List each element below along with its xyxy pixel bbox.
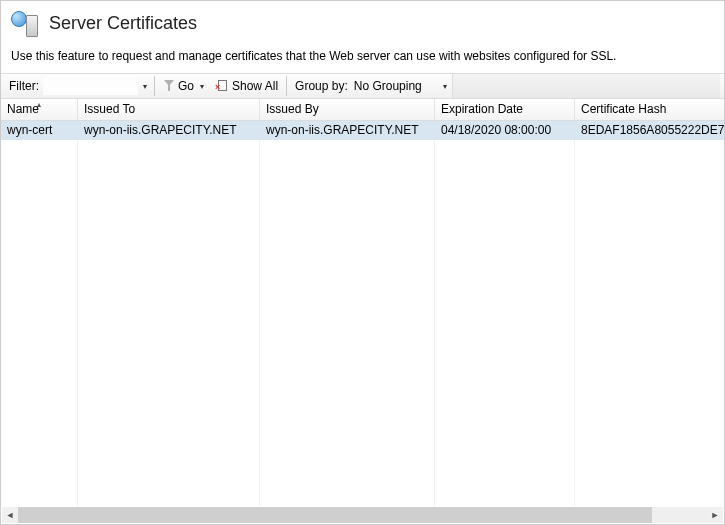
toolbar: Filter: ▾ Go ▾ × Show All Group by: No G… [1, 73, 724, 99]
go-label: Go [178, 79, 194, 93]
toolbar-separator [154, 76, 155, 96]
toolbar-spacer [452, 74, 720, 98]
cell-hash: 8EDAF1856A8055222DE7F [575, 121, 724, 140]
scroll-track[interactable] [18, 507, 707, 523]
sort-asc-icon: ▴ [37, 100, 41, 109]
show-all-icon: × [215, 80, 229, 92]
filter-dropdown-icon[interactable]: ▾ [140, 82, 150, 91]
groupby-dropdown-icon: ▾ [440, 82, 450, 91]
funnel-icon [163, 80, 175, 92]
scroll-right-button[interactable]: ► [707, 507, 723, 523]
horizontal-scrollbar[interactable]: ◄ ► [2, 507, 723, 523]
filter-input[interactable] [43, 77, 138, 95]
cell-expiration: 04/18/2020 08:00:00 [435, 121, 575, 140]
server-certificates-icon [11, 9, 39, 37]
show-all-button[interactable]: × Show All [211, 77, 282, 95]
column-header-hash[interactable]: Certificate Hash [575, 99, 724, 120]
column-header-expiration[interactable]: Expiration Date [435, 99, 575, 120]
groupby-label: Group by: [291, 79, 352, 93]
cell-issued-by: wyn-on-iis.GRAPECITY.NET [260, 121, 435, 140]
filter-label: Filter: [5, 79, 43, 93]
groupby-select[interactable]: No Grouping ▾ [352, 77, 452, 95]
groupby-value: No Grouping [354, 79, 422, 93]
page-title: Server Certificates [49, 13, 197, 34]
cell-name: wyn-cert [1, 121, 78, 140]
page-header: Server Certificates [1, 1, 724, 43]
column-header-name[interactable]: ▴ Name [1, 99, 78, 120]
table-row[interactable]: wyn-cert wyn-on-iis.GRAPECITY.NET wyn-on… [1, 121, 724, 140]
grid-header: ▴ Name Issued To Issued By Expiration Da… [1, 99, 724, 121]
scroll-thumb[interactable] [18, 507, 652, 523]
scroll-left-button[interactable]: ◄ [2, 507, 18, 523]
column-label: Name [7, 102, 39, 116]
grid-body: wyn-cert wyn-on-iis.GRAPECITY.NET wyn-on… [1, 121, 724, 506]
go-dropdown-icon[interactable]: ▾ [197, 82, 207, 91]
certificates-grid: ▴ Name Issued To Issued By Expiration Da… [1, 99, 724, 506]
column-header-issued-to[interactable]: Issued To [78, 99, 260, 120]
show-all-label: Show All [232, 79, 278, 93]
column-header-issued-by[interactable]: Issued By [260, 99, 435, 120]
toolbar-separator-2 [286, 76, 287, 96]
page-description: Use this feature to request and manage c… [1, 43, 724, 73]
go-button[interactable]: Go ▾ [159, 77, 211, 95]
cell-issued-to: wyn-on-iis.GRAPECITY.NET [78, 121, 260, 140]
